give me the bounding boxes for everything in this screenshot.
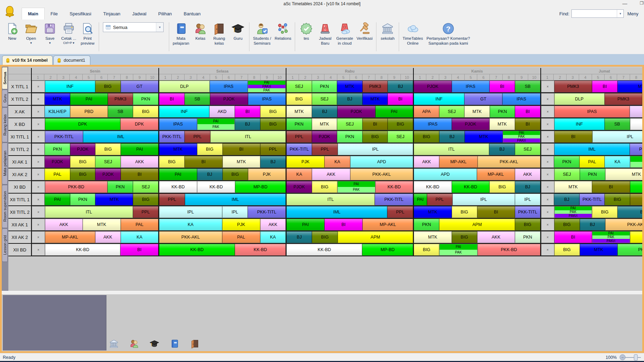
lesson-card[interactable]: PAI xyxy=(414,194,427,205)
lesson-card[interactable]: PAI xyxy=(70,93,108,105)
lesson-card[interactable]: IPAS xyxy=(248,93,286,105)
menu-item-bantuan[interactable]: Bantuan xyxy=(178,8,207,20)
guru-button[interactable]: Guru xyxy=(229,22,247,42)
lesson-card[interactable]: BIG xyxy=(452,206,477,218)
lesson-card[interactable]: BI xyxy=(185,156,223,168)
lesson-card[interactable]: GT xyxy=(464,93,502,105)
ruang-button[interactable]: Ruang kelas xyxy=(210,22,229,47)
lesson-card-stack[interactable]: PAIPAK xyxy=(630,156,644,168)
lesson-card[interactable]: PKN xyxy=(617,244,644,256)
view-filter-combobox[interactable]: Semua▼ xyxy=(103,22,164,32)
lesson-card[interactable]: APM xyxy=(439,219,515,231)
lesson-card[interactable]: PKK-TITL xyxy=(159,131,185,143)
lesson-card[interactable]: IML xyxy=(185,194,286,205)
lesson-card[interactable]: SEJ xyxy=(133,181,158,193)
lesson-card[interactable]: KA xyxy=(121,231,159,243)
lesson-card[interactable]: PAK xyxy=(248,88,285,92)
lesson-card[interactable]: PKN xyxy=(554,156,579,168)
lesson-card[interactable]: AKK xyxy=(95,231,121,243)
lesson-card[interactable]: BJ xyxy=(580,219,605,231)
lesson-card[interactable]: IML xyxy=(83,131,158,143)
lesson-card[interactable]: IPAS xyxy=(159,118,197,130)
kelas-button[interactable]: Kelas xyxy=(191,22,210,42)
school-icon[interactable] xyxy=(109,339,119,348)
lesson-card[interactable]: KA xyxy=(324,156,350,168)
relations-button[interactable]: Relations xyxy=(273,22,293,42)
lesson-card[interactable]: PAK xyxy=(592,235,630,239)
lesson-card[interactable]: PAI xyxy=(286,219,324,231)
lesson-card[interactable]: BIG xyxy=(605,194,630,205)
tes-button[interactable]: tes xyxy=(297,22,316,42)
lesson-card[interactable]: PAK xyxy=(440,250,477,255)
lesson-card[interactable]: BJ xyxy=(554,194,579,205)
lesson-card[interactable]: PMK3 xyxy=(554,81,592,92)
lesson-card[interactable]: PKN xyxy=(312,81,337,92)
lesson-card[interactable]: BJ xyxy=(439,131,465,143)
menu-item-tinjauan[interactable]: Tinjauan xyxy=(97,8,126,20)
lesson-card[interactable]: MTK xyxy=(95,194,133,205)
generate-button[interactable]: Generate in cloud xyxy=(335,22,355,47)
zoom-slider-handle[interactable] xyxy=(634,354,638,361)
lesson-card[interactable]: PKN xyxy=(45,143,70,155)
lesson-card[interactable]: KK-BD xyxy=(197,181,235,193)
lesson-card[interactable]: PKN xyxy=(490,106,515,118)
lesson-card[interactable]: PPL xyxy=(312,143,337,155)
lesson-card[interactable]: PKK-AKL xyxy=(605,219,644,231)
lesson-card[interactable]: BIG xyxy=(554,244,580,256)
lesson-card[interactable]: PJOK xyxy=(312,131,337,143)
lesson-card[interactable]: DPK xyxy=(120,118,158,130)
lesson-card[interactable]: BJ xyxy=(337,93,362,105)
lesson-card[interactable]: MTK xyxy=(159,143,197,155)
verifikasi-button[interactable]: Verifikasi xyxy=(355,22,374,42)
subjects-icon[interactable] xyxy=(170,339,179,348)
lesson-card[interactable]: AKK xyxy=(414,156,439,168)
lesson-card[interactable]: MTK xyxy=(617,81,644,92)
class-label[interactable]: XI BD xyxy=(8,181,31,193)
lesson-card[interactable]: IPAS xyxy=(502,93,540,105)
lesson-card[interactable]: BI xyxy=(592,181,630,193)
lesson-card[interactable]: BJ xyxy=(286,231,312,243)
lesson-card[interactable] xyxy=(630,231,644,243)
lesson-card[interactable]: PMK3 xyxy=(605,93,643,105)
lesson-card[interactable]: MTK xyxy=(580,244,618,256)
lesson-card[interactable]: KK-BD xyxy=(414,181,452,193)
lesson-card[interactable]: SEJ xyxy=(95,156,121,168)
lesson-card[interactable]: AKK xyxy=(477,231,515,243)
lesson-card[interactable]: IML xyxy=(286,206,387,218)
students-button[interactable]: Students / Seminars xyxy=(251,22,273,47)
lesson-card[interactable]: MTK xyxy=(45,93,70,105)
jadwal-button[interactable]: Jadwal Baru xyxy=(316,22,335,47)
menu-item-pilihan[interactable]: Pilihan xyxy=(152,8,178,20)
lesson-card[interactable]: PAK xyxy=(197,124,235,130)
class-label[interactable]: XI TITL 1 xyxy=(8,131,31,143)
class-label[interactable]: X BD xyxy=(8,118,31,130)
lesson-card[interactable]: BIG xyxy=(223,168,248,180)
lesson-card[interactable]: PAKri xyxy=(555,214,592,218)
lesson-card-stack[interactable]: PAIPAK xyxy=(337,181,375,193)
lesson-card[interactable]: BIG xyxy=(133,194,158,205)
lesson-card[interactable]: PJK xyxy=(248,168,286,180)
lesson-card[interactable]: AKK xyxy=(260,219,286,231)
lesson-card[interactable]: BJ xyxy=(388,81,413,92)
doc-tab-document1[interactable]: document1 xyxy=(53,55,90,65)
mata-button[interactable]: Mata pelajaran xyxy=(171,22,191,47)
lesson-card[interactable]: SEJ xyxy=(515,143,540,155)
lesson-card[interactable]: PPL xyxy=(133,206,158,218)
lesson-card[interactable]: PJOK xyxy=(286,181,312,193)
lesson-card[interactable]: PAI xyxy=(440,244,477,250)
lesson-card[interactable]: PAKri xyxy=(503,138,540,142)
lesson-card[interactable]: PAI xyxy=(121,143,158,155)
view-tab-ruang-kelas[interactable]: Ruang kelas xyxy=(2,107,8,142)
lesson-card[interactable]: KK-BD xyxy=(159,181,197,193)
lesson-card[interactable]: BI xyxy=(515,118,540,130)
lesson-card[interactable]: BI xyxy=(388,93,413,105)
lesson-card[interactable]: BIG xyxy=(388,118,413,130)
lesson-card[interactable]: BIG xyxy=(414,244,439,256)
find-input[interactable]: ▼ xyxy=(571,9,624,18)
lesson-card-stack[interactable]: PAIPAKPAKri xyxy=(503,131,541,143)
lesson-card[interactable]: PKK-AKL xyxy=(350,168,413,180)
lesson-card[interactable]: PJOK xyxy=(95,168,121,180)
lesson-card[interactable]: MTK xyxy=(414,206,452,218)
pertanyaan-komentar-button[interactable]: Pertanyaan? Komentar? Sampaikan pada kam… xyxy=(425,22,472,47)
lesson-card[interactable]: PPL xyxy=(185,131,210,143)
